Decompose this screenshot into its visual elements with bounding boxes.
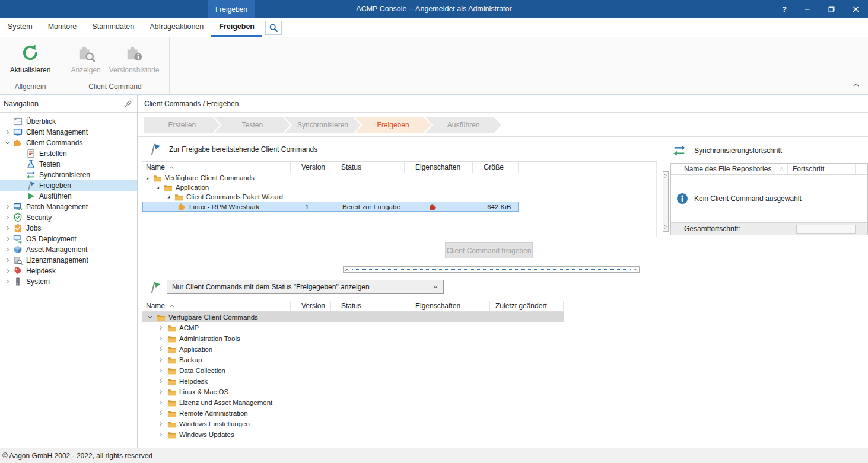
workflow-step[interactable]: Erstellen — [144, 117, 220, 133]
minimize-button[interactable] — [803, 5, 811, 13]
column-header-name[interactable]: Name — [142, 162, 291, 173]
expander-icon[interactable] — [5, 225, 13, 231]
folder-row[interactable]: Remote Administration — [142, 408, 564, 419]
collapse-up-icon[interactable] — [345, 267, 349, 272]
sidebar-item[interactable]: Ausführen — [0, 191, 137, 202]
folder-row[interactable]: ACMP — [142, 322, 564, 333]
status-filter-dropdown[interactable]: Nur Client Commands mit dem Status "Frei… — [167, 280, 444, 294]
sidebar-item[interactable]: Client Commands — [0, 138, 137, 148]
expander-icon[interactable] — [158, 421, 167, 427]
release-command-button[interactable]: Client Command freigeben — [445, 242, 533, 258]
column-header-zuletzt-geaendert[interactable]: Zuletzt geändert — [490, 301, 564, 311]
sidebar-item[interactable]: Asset Management — [0, 244, 137, 255]
version-history-button[interactable]: Versionshistorie — [106, 41, 163, 76]
expander-icon[interactable] — [5, 129, 13, 135]
sidebar-item[interactable]: OS Deployment — [0, 234, 137, 244]
sidebar-item[interactable]: Patch Management — [0, 202, 137, 212]
folder-row[interactable]: Linux & Mac OS — [142, 387, 564, 397]
expander-icon[interactable] — [158, 346, 167, 352]
menu-item[interactable]: System — [0, 18, 40, 37]
close-button[interactable] — [852, 5, 860, 13]
expander-icon[interactable] — [18, 151, 26, 157]
client-command-row[interactable]: Client Commands Paket Wizard — [142, 192, 519, 202]
folder-row[interactable]: Helpdesk — [142, 376, 564, 387]
vertical-splitter[interactable] — [663, 171, 669, 232]
expander-icon[interactable] — [5, 279, 13, 285]
folder-row[interactable]: Data Collection — [142, 365, 564, 376]
expander-icon[interactable] — [5, 119, 13, 124]
pin-icon[interactable] — [124, 100, 132, 108]
expander-icon[interactable] — [18, 183, 26, 189]
collapse-right-icon[interactable] — [663, 174, 668, 178]
expander-icon[interactable] — [18, 172, 26, 178]
expander-icon[interactable] — [158, 378, 167, 384]
sidebar-item[interactable]: Testen — [0, 159, 137, 170]
expander-icon[interactable] — [158, 368, 167, 373]
folder-row[interactable]: Lizenz und Asset Management — [142, 397, 564, 408]
expander-icon[interactable] — [158, 432, 167, 438]
expanded-marker-icon[interactable] — [145, 175, 153, 181]
expander-icon[interactable] — [158, 357, 167, 363]
sidebar-item[interactable]: Jobs — [0, 223, 137, 234]
client-command-row[interactable]: Verfügbare Client Commands — [142, 173, 519, 183]
refresh-button[interactable]: Aktualisieren — [7, 41, 55, 76]
expander-icon[interactable] — [5, 247, 13, 253]
column-header-status[interactable]: Status — [330, 162, 405, 173]
expander-icon[interactable] — [158, 336, 167, 341]
collapse-up-icon[interactable] — [633, 267, 638, 272]
workflow-step[interactable]: Freigeben — [355, 117, 431, 133]
sidebar-item[interactable]: Lizenzmanagement — [0, 255, 137, 266]
expander-icon[interactable] — [5, 140, 13, 146]
sidebar-item[interactable]: Überblick — [0, 116, 137, 127]
workflow-step[interactable]: Synchronisieren — [285, 117, 361, 133]
expander-icon[interactable] — [158, 410, 167, 416]
expander-icon[interactable] — [18, 161, 26, 167]
help-button[interactable]: ? — [782, 5, 787, 13]
column-header-groesse[interactable]: Größe — [473, 162, 519, 173]
workflow-step[interactable]: Testen — [215, 117, 291, 133]
expander-icon[interactable] — [5, 236, 13, 242]
search-button[interactable] — [265, 21, 282, 35]
sidebar-item[interactable]: Freigeben — [0, 180, 137, 191]
show-button[interactable]: Anzeigen — [68, 41, 104, 76]
expander-icon[interactable] — [5, 268, 13, 274]
folder-row[interactable]: Application — [142, 344, 564, 355]
client-command-row[interactable]: Application — [142, 183, 519, 192]
menu-item[interactable]: Abfrageaktionen — [142, 18, 211, 37]
horizontal-splitter[interactable] — [343, 266, 640, 273]
column-header-repository[interactable]: Name des File Repositories△ — [671, 164, 788, 174]
column-header-eigenschaften[interactable]: Eigenschaften — [408, 301, 490, 311]
sidebar-item[interactable]: System — [0, 276, 137, 287]
expander-icon[interactable] — [158, 389, 167, 395]
restore-button[interactable] — [828, 5, 835, 13]
column-header-eigenschaften[interactable]: Eigenschaften — [405, 162, 473, 173]
collapse-ribbon-icon[interactable] — [853, 81, 860, 88]
client-command-row[interactable]: Linux - RPM Wireshark 1 Bereit zur Freig… — [142, 202, 519, 212]
column-header-name[interactable]: Name — [142, 301, 291, 311]
menu-item[interactable]: Stammdaten — [84, 18, 142, 37]
folder-row[interactable]: Windows Updates — [142, 429, 564, 440]
expanded-marker-icon[interactable] — [155, 185, 164, 190]
menu-item[interactable]: Freigeben — [211, 18, 262, 37]
column-header-version[interactable]: Version — [291, 162, 330, 173]
column-header-status[interactable]: Status — [331, 301, 408, 311]
expanded-marker-icon[interactable] — [166, 194, 174, 200]
folder-row[interactable]: Verfügbare Client Commands — [142, 312, 564, 322]
expander-icon[interactable] — [5, 257, 13, 263]
folder-row[interactable]: Backup — [142, 355, 564, 365]
column-header-version[interactable]: Version — [291, 301, 331, 311]
folder-row[interactable]: Administration Tools — [142, 333, 564, 344]
sidebar-item[interactable]: Erstellen — [0, 148, 137, 159]
sidebar-item[interactable]: Synchronisieren — [0, 170, 137, 180]
expander-icon[interactable] — [5, 204, 13, 210]
expander-icon[interactable] — [158, 325, 167, 331]
expander-icon[interactable] — [158, 400, 167, 405]
folder-row[interactable]: Windows Einstellungen — [142, 419, 564, 429]
sidebar-item[interactable]: Helpdesk — [0, 266, 137, 276]
collapse-right-icon[interactable] — [663, 225, 668, 229]
menu-item[interactable]: Monitore — [40, 18, 85, 37]
expander-icon[interactable] — [5, 215, 13, 221]
column-header-fortschritt[interactable]: Fortschritt — [788, 164, 856, 174]
expander-icon[interactable] — [18, 193, 26, 199]
sidebar-item[interactable]: Client Management — [0, 127, 137, 138]
